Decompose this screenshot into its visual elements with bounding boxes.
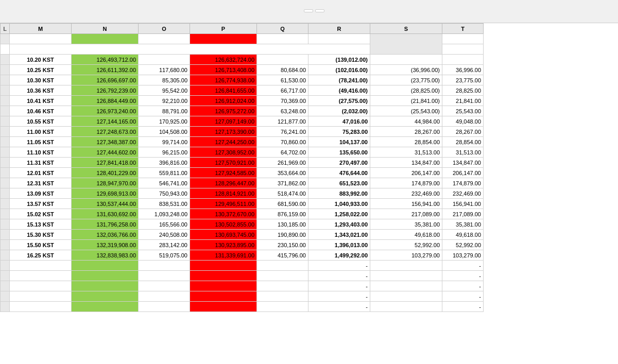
t-cell: 23,775.00 [442,75,484,85]
empty-p [190,281,257,291]
gap-increase-header [370,34,442,55]
txt-cell: 129,496,511.00 [190,199,257,209]
s-cell: 156,941.00 [370,199,442,209]
s-cell: 103,279.00 [370,250,442,261]
s-cell: 134,847.00 [370,158,442,168]
when-checked-cell: 11.05 KST [10,137,72,147]
txt-cell: 127,308,952.00 [190,147,257,158]
empty-m [10,271,72,281]
table-row: 15.50 KST132,319,908.00283,142.00130,923… [1,240,484,250]
t-cell: 217,089.00 [442,209,484,219]
increase-header [139,34,190,44]
table-button[interactable] [315,9,324,12]
when-checked-cell: 15.02 KST [10,209,72,219]
empty-p [190,271,257,281]
skz-cell: 130,537,444.00 [72,199,139,209]
t-cell: 206,147.00 [442,168,484,178]
t-cell [442,55,484,65]
increase-q-cell: 64,702.00 [257,147,308,158]
increase-q-cell: 63,248.00 [257,106,308,116]
s-cell: 28,854.00 [370,137,442,147]
empty-t: - [442,281,484,291]
increase-q-cell: 371,862.00 [257,178,308,188]
empty-n [72,302,139,312]
increase-q-cell: 76,241.00 [257,127,308,137]
increase-q-cell: 518,474.00 [257,188,308,199]
skz-cell: 127,841,418.00 [72,158,139,168]
empty-s [370,302,442,312]
empty-n [72,271,139,281]
gap-cell: 1,293,403.00 [308,219,370,230]
t-cell: 28,825.00 [442,85,484,96]
t-cell: 49,048.00 [442,116,484,127]
spreadsheet: L M N O P Q R S T [0,23,618,364]
empty-row-num [1,302,10,312]
s-cell: (25,543.00) [370,106,442,116]
t-cell: 25,543.00 [442,106,484,116]
txt-cell: 127,097,149.00 [190,116,257,127]
skz-cell: 128,401,229.00 [72,168,139,178]
skz-header [72,34,139,44]
t-cell: 28,267.00 [442,127,484,137]
empty-p [190,302,257,312]
empty-o [139,281,190,291]
table-row: 10.36 KST126,792,239.0095,542.00126,841,… [1,85,484,96]
txt-cell: 126,774,938.00 [190,75,257,85]
s-cell: 206,147.00 [370,168,442,178]
s-cell [370,55,442,65]
row-num-cell [1,199,10,209]
row-num-cell [1,106,10,116]
s-cell: 174,879.00 [370,178,442,188]
skz-cell: 132,838,983.00 [72,250,139,261]
table-row: 10.25 KST126,611,392.00117,680.00126,713… [1,65,484,75]
gap-cell: 104,137.00 [308,137,370,147]
empty-o [139,271,190,281]
row-num-cell [1,85,10,96]
table-row: 12.31 KST128,947,970.00546,741.00128,296… [1,178,484,188]
increase-q-cell: 66,717.00 [257,85,308,96]
skz-cell: 131,796,258.00 [72,219,139,230]
empty-row: -- [1,261,484,271]
table-row: 16.25 KST132,838,983.00519,075.00131,339… [1,250,484,261]
when-checked-cell: 13.09 KST [10,188,72,199]
t-cell: 156,941.00 [442,199,484,209]
increase-q-cell [257,55,308,65]
row-num-cell [1,116,10,127]
row-num-cell [1,158,10,168]
empty-q [257,281,308,291]
skz-cell: 126,792,239.00 [72,85,139,96]
empty-row: -- [1,271,484,281]
june-header [10,44,370,55]
empty-t: - [442,302,484,312]
empty-row: -- [1,302,484,312]
empty-q [257,271,308,281]
skz-cell: 126,611,392.00 [72,65,139,75]
increase-o-cell: 92,210.00 [139,96,190,106]
t-cell: 35,381.00 [442,219,484,230]
column-header-row: L M N O P Q R S T [1,24,484,34]
gap-cell: 135,650.00 [308,147,370,158]
empty-n [72,291,139,302]
row-num-cell [1,147,10,158]
formatting-button[interactable] [304,9,313,12]
increase-q-cell: 130,185.00 [257,219,308,230]
when-checked-header [10,34,72,44]
txt-header [190,34,257,44]
txt-cell: 128,814,921.00 [190,188,257,199]
gap-cell: 883,992.00 [308,188,370,199]
increase-q-cell: 681,590.00 [257,199,308,209]
formatting-section [304,9,324,13]
increase-o-cell: 104,508.00 [139,127,190,137]
table-row: 10.55 KST127,144,165.00170,925.00127,097… [1,116,484,127]
txt-cell: 126,841,655.00 [190,85,257,96]
empty-q [257,302,308,312]
skz-cell: 126,884,449.00 [72,96,139,106]
t-cell: 103,279.00 [442,250,484,261]
empty-t: - [442,261,484,271]
skz-cell: 132,319,908.00 [72,240,139,250]
increase-o-cell: 546,741.00 [139,178,190,188]
increase-o-cell: 750,943.00 [139,188,190,199]
col-T-header: T [442,24,484,34]
table-row: 13.57 KST130,537,444.00838,531.00129,496… [1,199,484,209]
row-num-cell [1,137,10,147]
